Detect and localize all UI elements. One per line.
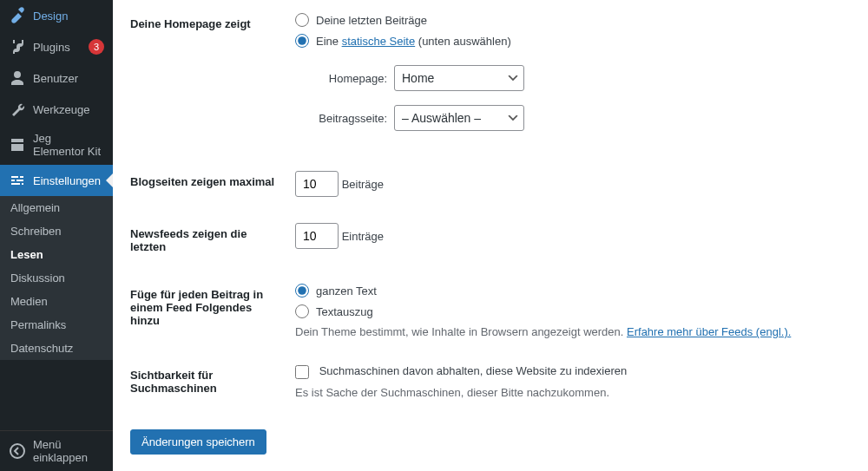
newsfeed-suffix: Einträge [342, 230, 384, 243]
svg-point-0 [10, 444, 24, 458]
jeg-icon [9, 136, 26, 154]
visibility-desc: Es ist Sache der Suchmaschinen, dieser B… [295, 386, 842, 399]
update-badge: 3 [89, 39, 104, 55]
learn-feeds-link[interactable]: Erfahre mehr über Feeds (engl.). [627, 325, 791, 338]
radio-excerpt-label[interactable]: Textauszug [316, 305, 373, 318]
collapse-menu[interactable]: Menü einklappen [0, 430, 113, 471]
homepage-select[interactable]: Home [394, 65, 524, 91]
feed-include-label: Füge für jeden Beitrag in einem Feed Fol… [130, 271, 286, 351]
menu-label: Einstellungen [33, 174, 104, 187]
blog-max-label: Blogseiten zeigen maximal [130, 158, 286, 210]
sub-media[interactable]: Medien [0, 290, 113, 313]
menu-plugins[interactable]: Plugins 3 [0, 31, 113, 62]
postspage-select[interactable]: – Auswählen – [394, 105, 524, 131]
menu-settings[interactable]: Einstellungen [0, 165, 113, 196]
radio-latest-label[interactable]: Deine letzten Beiträge [316, 14, 427, 27]
admin-sidebar: Design Plugins 3 Benutzer Werkzeuge Jeg … [0, 0, 113, 471]
visibility-checkbox[interactable] [295, 365, 309, 379]
menu-tools[interactable]: Werkzeuge [0, 94, 113, 125]
menu-label: Design [33, 10, 104, 23]
homepage-displays-label: Deine Homepage zeigt [130, 0, 286, 158]
collapse-label: Menü einklappen [33, 438, 104, 464]
blog-max-input[interactable] [295, 171, 339, 197]
radio-latest-posts[interactable] [295, 13, 309, 27]
collapse-icon [9, 442, 26, 460]
menu-label: Benutzer [33, 72, 104, 85]
sliders-icon [9, 172, 26, 189]
sub-general[interactable]: Allgemein [0, 196, 113, 219]
radio-static-label[interactable]: Eine statische Seite (unten auswählen) [316, 35, 511, 48]
sub-reading[interactable]: Lesen [0, 243, 113, 266]
save-button[interactable]: Änderungen speichern [130, 429, 266, 455]
user-icon [9, 69, 26, 87]
sub-writing[interactable]: Schreiben [0, 219, 113, 243]
visibility-check-row[interactable]: Suchmaschinen davon abhalten, diese Webs… [295, 364, 627, 377]
newsfeed-input[interactable] [295, 223, 339, 249]
radio-excerpt[interactable] [295, 304, 309, 318]
static-page-link[interactable]: statische Seite [342, 35, 416, 48]
menu-label: Werkzeuge [33, 103, 104, 116]
visibility-label: Sichtbarkeit für Suchmaschinen [130, 351, 286, 412]
feed-description: Dein Theme bestimmt, wie Inhalte in Brow… [295, 325, 842, 338]
menu-jeg-elementor[interactable]: Jeg Elementor Kit [0, 125, 113, 165]
plug-icon [9, 38, 26, 56]
homepage-select-label: Homepage: [318, 72, 387, 85]
menu-label: Plugins [33, 41, 85, 54]
menu-users[interactable]: Benutzer [0, 62, 113, 94]
sub-permalinks[interactable]: Permalinks [0, 313, 113, 337]
sub-privacy[interactable]: Datenschutz [0, 337, 113, 360]
wrench-icon [9, 101, 26, 118]
blog-max-suffix: Beiträge [342, 178, 384, 191]
menu-label: Jeg Elementor Kit [33, 132, 104, 158]
settings-submenu: Allgemein Schreiben Lesen Diskussion Med… [0, 196, 113, 360]
newsfeed-label: Newsfeeds zeigen die letzten [130, 210, 286, 271]
radio-full-text[interactable] [295, 284, 309, 298]
main-content: Deine Homepage zeigt Deine letzten Beitr… [113, 0, 868, 471]
brush-icon [9, 7, 26, 24]
radio-full-label[interactable]: ganzen Text [316, 285, 377, 298]
menu-design[interactable]: Design [0, 0, 113, 31]
sub-discussion[interactable]: Diskussion [0, 266, 113, 290]
postspage-select-label: Beitragsseite: [318, 112, 387, 125]
visibility-check-label: Suchmaschinen davon abhalten, diese Webs… [319, 364, 628, 377]
radio-static-page[interactable] [295, 34, 309, 48]
